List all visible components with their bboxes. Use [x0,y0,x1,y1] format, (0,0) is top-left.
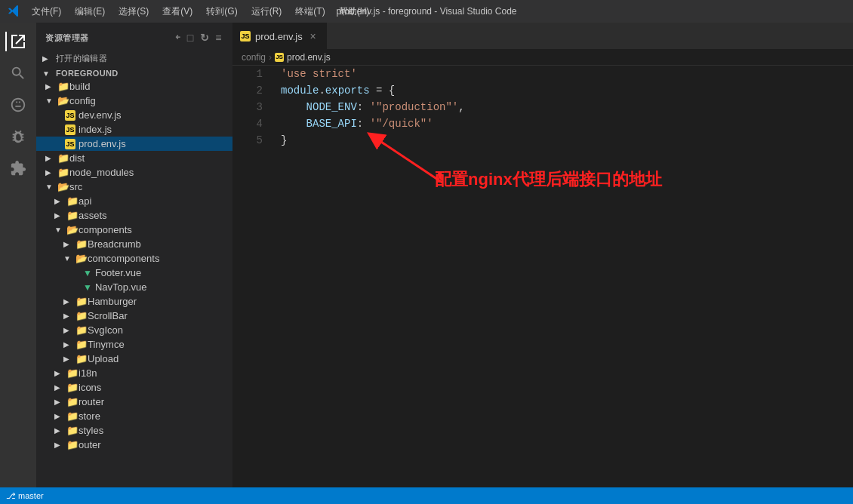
code-line-5: } [281,132,853,149]
menu-bar[interactable]: 文件(F) 编辑(E) 选择(S) 查看(V) 转到(G) 运行(R) 终端(T… [26,4,375,20]
menu-file[interactable]: 文件(F) [26,4,67,20]
tree-item-build[interactable]: ▶ 📁 build [36,79,232,94]
line-num-2: 2 [239,82,263,99]
tab-close-button[interactable]: × [307,30,319,42]
line-numbers: 1 2 3 4 5 [232,66,269,487]
tree-item-upload[interactable]: ▶ 📁 Upload [36,352,232,366]
activity-extensions[interactable] [5,155,31,181]
activity-bar [0,23,36,487]
menu-view[interactable]: 查看(V) [156,4,199,20]
code-line-4: BASE_API: '"/quick"' [281,115,853,132]
sidebar-header-icons: ￩ □ ↻ ≡ [174,30,223,45]
tree-item-router[interactable]: ▶ 📁 router [36,395,232,409]
code-line-3: NODE_ENV: '"production"', [281,99,853,115]
token-indent4 [281,115,306,132]
code-line-2: module.exports = { [281,82,853,99]
token-quick: '"/quick"' [370,115,433,132]
tab-label: prod.env.js [255,31,303,42]
token-production: '"production"' [370,99,459,115]
tree-item-tinymce[interactable]: ▶ 📁 Tinymce [36,337,232,352]
tree-item-svgicon[interactable]: ▶ 📁 SvgIcon [36,323,232,337]
menu-goto[interactable]: 转到(G) [200,4,243,20]
token-close-brace: } [281,132,287,149]
menu-select[interactable]: 选择(S) [112,4,155,20]
tree-item-store[interactable]: ▶ 📁 store [36,409,232,423]
activity-git[interactable] [5,92,31,118]
tree-item-dev-env-js[interactable]: JS dev.env.js [36,108,232,122]
activity-explorer[interactable] [5,29,31,54]
tabs-bar: JS prod.env.js × [232,23,853,49]
tree-item-outer[interactable]: ▶ 📁 outer [36,438,232,452]
token-node-env-key: NODE_ENV [306,99,357,115]
tree-item-navtop-vue[interactable]: ▼ NavTop.vue [36,280,232,294]
tree-item-styles[interactable]: ▶ 📁 styles [36,423,232,438]
new-file-icon[interactable]: ￩ [174,30,183,45]
code-editor[interactable]: 'use strict' module.exports = { NODE_ENV… [269,66,853,487]
refresh-icon[interactable]: ↻ [199,30,211,45]
vscode-logo [8,5,20,19]
project-arrow: ▼ [42,69,54,78]
token-use-strict: 'use strict' [281,66,357,82]
editor-area: JS prod.env.js × config › JS prod.env.js… [232,23,853,487]
tree-item-breadcrumb[interactable]: ▶ 📁 Breadcrumb [36,237,232,251]
annotation-text: 配置nginx代理后端接口的地址 [435,171,662,188]
token-colon1: : [357,99,370,115]
tree-item-i18n[interactable]: ▶ 📁 i18n [36,366,232,380]
token-dot: . [319,82,325,99]
status-branch: ⎇ master [6,491,44,501]
title-bar: 文件(F) 编辑(E) 选择(S) 查看(V) 转到(G) 运行(R) 终端(T… [0,0,853,23]
activity-debug[interactable] [5,124,31,149]
token-assign: = { [370,82,396,99]
breadcrumb-file-icon: JS [275,53,284,62]
tree-item-index-js[interactable]: JS index.js [36,122,232,137]
line-num-5: 5 [239,132,263,149]
line-num-4: 4 [239,115,263,132]
tree-item-assets[interactable]: ▶ 📁 assets [36,208,232,223]
status-bar: ⎇ master [0,487,853,504]
menu-edit[interactable]: 编辑(E) [69,4,111,20]
menu-run[interactable]: 运行(R) [245,4,288,20]
token-exports: exports [325,82,370,99]
collapse-icon[interactable]: ≡ [214,30,223,45]
project-label: FOREGROUND [56,69,118,78]
line-num-1: 1 [239,66,263,82]
editor-content[interactable]: 1 2 3 4 5 'use strict' module.exports = … [232,66,853,487]
tree-item-components[interactable]: ▼ 📂 components [36,223,232,237]
menu-terminal[interactable]: 终端(T) [289,4,331,20]
tree-item-icons[interactable]: ▶ 📁 icons [36,380,232,395]
new-folder-icon[interactable]: □ [186,30,196,45]
tree-item-hamburger[interactable]: ▶ 📁 Hamburger [36,294,232,309]
open-editors-label: 打开的编辑器 [56,53,107,64]
token-indent3 [281,99,306,115]
open-editors-arrow: ▶ [42,54,54,63]
project-section[interactable]: ▼ FOREGROUND [36,66,232,79]
token-colon2: : [357,115,370,132]
token-comma1: , [458,99,464,115]
file-tree: ▶ 📁 build ▼ 📂 config JS dev.env.js JS in… [36,79,232,452]
open-editors-section[interactable]: ▶ 打开的编辑器 [36,50,232,66]
tree-item-dist[interactable]: ▶ 📁 dist [36,151,232,165]
activity-search[interactable] [5,60,31,86]
tree-item-api[interactable]: ▶ 📁 api [36,194,232,208]
window-title: prod.env.js - foreground - Visual Studio… [336,6,516,17]
tree-item-footer-vue[interactable]: ▼ Footer.vue [36,266,232,280]
tree-item-config[interactable]: ▼ 📂 config [36,94,232,108]
tree-item-scrollbar[interactable]: ▶ 📁 ScrollBar [36,309,232,323]
main-area: 资源管理器 ￩ □ ↻ ≡ ▶ 打开的编辑器 ▼ FOREGROUND ▶ [0,23,853,487]
tree-item-prod-env-js[interactable]: JS prod.env.js [36,137,232,151]
title-bar-left: 文件(F) 编辑(E) 选择(S) 查看(V) 转到(G) 运行(R) 终端(T… [8,4,375,20]
breadcrumb-file: prod.env.js [287,52,331,63]
tree-item-src[interactable]: ▼ 📂 src [36,180,232,194]
token-base-api-key: BASE_API [306,115,357,132]
line-num-3: 3 [239,99,263,115]
sidebar: 资源管理器 ￩ □ ↻ ≡ ▶ 打开的编辑器 ▼ FOREGROUND ▶ [36,23,232,487]
sidebar-title: 资源管理器 [45,32,89,44]
tab-file-icon: JS [240,31,251,41]
tree-item-comcomponents[interactable]: ▼ 📂 comcomponents [36,251,232,266]
tree-item-node-modules[interactable]: ▶ 📁 node_modules [36,165,232,180]
breadcrumb-config: config [242,52,266,63]
code-line-1: 'use strict' [281,66,853,82]
breadcrumb: config › JS prod.env.js [232,49,853,66]
breadcrumb-sep1: › [269,52,272,63]
tab-prod-env[interactable]: JS prod.env.js × [232,23,327,49]
